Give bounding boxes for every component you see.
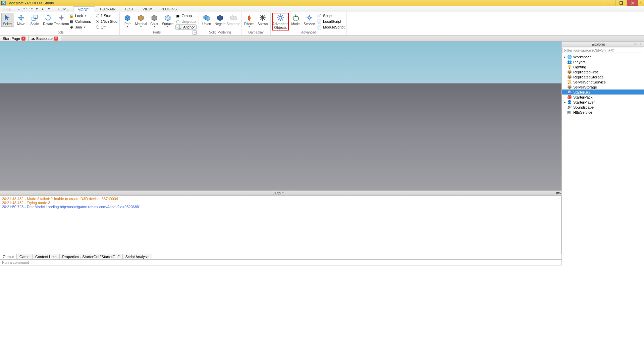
node-soundscape[interactable]: 🔊Soundscape	[562, 105, 644, 110]
localscript-icon: 📄	[317, 19, 322, 24]
btab-scriptanalysis[interactable]: Script Analysis	[123, 254, 153, 259]
cloud-icon: ☁	[31, 36, 35, 41]
viewport-3d[interactable]	[0, 42, 561, 190]
node-lighting[interactable]: 💡Lighting	[562, 64, 644, 69]
insert-model-button[interactable]: Model	[289, 13, 302, 27]
modulescript-button[interactable]: 📄ModuleScript	[317, 24, 344, 30]
node-httpservice[interactable]: ▤HttpService	[562, 110, 644, 115]
separate-button[interactable]: Separate	[227, 13, 240, 27]
group-button[interactable]: ▣Group	[175, 13, 197, 18]
explorer-panel: Explorer ▭× Filter workspace (Ctrl+Shift…	[561, 42, 644, 265]
close-tab-icon[interactable]: ×	[21, 37, 25, 41]
group-title-parts: Parts	[121, 31, 193, 35]
node-replicatedfirst[interactable]: 📦ReplicatedFirst	[562, 69, 644, 74]
node-players[interactable]: 👥Players	[562, 59, 644, 64]
material-button[interactable]: Material▼	[135, 13, 147, 29]
qat-undo-icon[interactable]: ↶	[22, 7, 27, 11]
tab-home[interactable]: HOME	[53, 6, 73, 12]
node-serverscriptservice[interactable]: 📜ServerScriptService	[562, 79, 644, 84]
svg-line-17	[278, 15, 279, 16]
transform-button[interactable]: Transform	[55, 13, 68, 27]
explorer-title: Explorer	[563, 42, 634, 46]
doctab-startpage[interactable]: Start Page×	[0, 36, 29, 41]
snap-1stud[interactable]: 1 Stud	[96, 13, 117, 18]
app-icon	[1, 1, 6, 5]
svg-line-18	[282, 19, 283, 20]
collisions-icon: ▦	[69, 19, 74, 24]
localscript-button[interactable]: 📄LocalScript	[317, 19, 344, 24]
move-button[interactable]: Move	[15, 13, 28, 27]
explorer-tree[interactable]: ▸🌐Workspace 👥Players 💡Lighting 📦Replicat…	[562, 54, 644, 265]
service-button[interactable]: Service	[303, 13, 316, 27]
output-body[interactable]: 20:21:48.432 - Mode 2 failed: "Unable to…	[0, 195, 561, 254]
advanced-objects-button[interactable]: AdvancedObjects	[272, 13, 289, 31]
minimize-button[interactable]	[604, 0, 615, 6]
collisions-toggle[interactable]: ▦Collisions	[69, 19, 94, 24]
title-bar: Baseplate - ROBLOX Studio ?	[0, 0, 644, 6]
btab-properties[interactable]: Properties - StarterGui "StarterGui"	[60, 254, 123, 259]
modulescript-icon: 📄	[317, 25, 322, 29]
svg-point-12	[279, 16, 282, 19]
lock-dropdown[interactable]: 🔒Lock ▼	[69, 13, 94, 18]
undock-icon[interactable]: ▭	[556, 191, 559, 195]
svg-rect-4	[32, 17, 35, 20]
join-dropdown[interactable]: ⊕Join ▼	[69, 24, 94, 30]
maximize-button[interactable]	[615, 0, 627, 6]
file-menu[interactable]: FILE	[0, 6, 14, 12]
close-panel-icon[interactable]: ×	[559, 191, 561, 195]
union-button[interactable]: Union	[200, 13, 213, 27]
command-input[interactable]: Run a command	[0, 259, 561, 265]
svg-rect-5	[34, 15, 37, 18]
document-tabs: Start Page× ☁Baseplate×	[0, 36, 644, 42]
svg-line-19	[282, 15, 283, 16]
menu-bar: FILE ▫ ↶ ↷ ▾ ▸ ▾ HOME MODEL TERRAIN TEST…	[0, 6, 644, 12]
surface-button[interactable]: Surface▼	[161, 13, 174, 29]
node-workspace[interactable]: ▸🌐Workspace	[562, 54, 644, 59]
output-line: 20:21:50.723 - DataModel Loading http://…	[2, 205, 559, 209]
svg-rect-1	[620, 2, 623, 4]
ungroup-button[interactable]: ▢Ungroup	[175, 19, 197, 24]
btab-game[interactable]: Game	[17, 254, 33, 259]
node-replicatedstorage[interactable]: 📦ReplicatedStorage	[562, 74, 644, 79]
script-icon: 📄	[317, 13, 322, 18]
snap-off[interactable]: Off	[96, 24, 117, 30]
tab-view[interactable]: VIEW	[138, 6, 156, 12]
effects-button[interactable]: Effects▼	[243, 13, 256, 29]
qat-play-icon[interactable]: ▸	[41, 7, 45, 11]
help-icon[interactable]: ?	[638, 0, 644, 6]
close-button[interactable]	[627, 0, 638, 6]
group-icon: ▣	[175, 13, 180, 18]
script-button[interactable]: 📄Script	[317, 13, 344, 18]
anchor-button[interactable]: ⚓Anchor	[175, 24, 197, 30]
negate-button[interactable]: Negate	[214, 13, 226, 27]
explorer-filter-input[interactable]: Filter workspace (Ctrl+Shift+X)	[562, 48, 643, 53]
tab-test[interactable]: TEST	[120, 6, 138, 12]
node-starterplayer[interactable]: ▸👤StarterPlayer	[562, 100, 644, 105]
snap-15stud[interactable]: 1/5th Stud	[96, 19, 117, 24]
doctab-baseplate[interactable]: ☁Baseplate×	[29, 36, 61, 41]
undock-icon[interactable]: ▭	[634, 42, 638, 46]
color-button[interactable]: Color▼	[148, 13, 161, 29]
rotate-button[interactable]: Rotate	[42, 13, 54, 27]
node-serverstorage[interactable]: 📦ServerStorage	[562, 84, 644, 89]
spawn-button[interactable]: Spawn	[256, 13, 269, 27]
tab-plugins[interactable]: PLUGINS	[156, 6, 181, 12]
qat-new-icon[interactable]: ▫	[16, 7, 21, 11]
node-starterpack[interactable]: 🎒StarterPack	[562, 95, 644, 100]
close-tab-icon[interactable]: ×	[54, 37, 58, 41]
qat-more-icon[interactable]: ▾	[47, 7, 51, 11]
btab-context[interactable]: Context Help	[33, 254, 60, 259]
tab-model[interactable]: MODEL	[73, 6, 95, 12]
output-header: Output ▭ ×	[0, 190, 561, 195]
tab-terrain[interactable]: TERRAIN	[95, 6, 120, 12]
group-title-gameplay: Gameplay	[243, 31, 269, 35]
node-startergui[interactable]: 🖥StarterGui	[562, 89, 644, 95]
select-button[interactable]: Select	[1, 13, 14, 27]
close-panel-icon[interactable]: ×	[639, 42, 643, 46]
btab-output[interactable]: Output	[0, 254, 17, 259]
part-button[interactable]: Part▼	[121, 13, 134, 29]
qat-redo-icon[interactable]: ↷	[29, 7, 33, 11]
ungroup-icon: ▢	[175, 19, 180, 24]
parts-launcher[interactable]: ↘	[193, 31, 197, 35]
scale-button[interactable]: Scale	[28, 13, 41, 27]
